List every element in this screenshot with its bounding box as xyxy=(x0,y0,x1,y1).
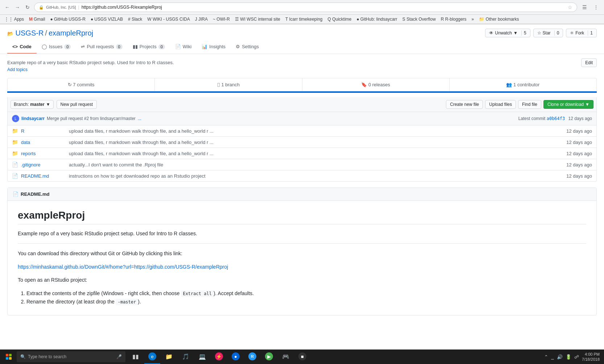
app4[interactable]: 🎵 xyxy=(178,349,194,351)
commits-icon: ↻ xyxy=(68,82,72,87)
taskbar: 🔍 Type here to search 🎤 ▮▮ e 📁 🎵 💻 ⚡ ● R… xyxy=(0,349,604,351)
fork-label: Fork xyxy=(575,30,584,36)
readme-download-link[interactable]: https://minhaskamal.github.io/DownGit/#/… xyxy=(18,264,228,270)
app10[interactable]: 🎮 xyxy=(278,349,294,351)
clone-button[interactable]: Clone or download ▼ xyxy=(543,100,593,109)
file-message: instructions on how to get downloaded re… xyxy=(65,173,563,179)
chevron-down-icon: ▼ xyxy=(513,30,518,36)
app7[interactable]: ● xyxy=(228,349,244,351)
tab-settings-label: Settings xyxy=(242,44,259,49)
bookmark-github-usgs[interactable]: ● GitHub USGS-R xyxy=(49,16,87,22)
bookmarks-bar: ⋮⋮ Apps M Gmail ● GitHub USGS-R ● USGS V… xyxy=(0,15,604,24)
bookmark-stackoverflow[interactable]: S Stack Overflow xyxy=(401,16,437,22)
issues-icon: ◯ xyxy=(42,44,47,49)
commit-hash[interactable]: a0b64f3 xyxy=(547,116,565,121)
tab-settings[interactable]: ⚙ Settings xyxy=(231,40,264,54)
add-topics-link[interactable]: Add topics xyxy=(7,67,28,72)
create-file-button[interactable]: Create new file xyxy=(446,100,483,109)
folder-icon: 📁 xyxy=(12,150,18,156)
extensions-button[interactable]: ☰ xyxy=(579,2,589,12)
app5[interactable]: 💻 xyxy=(194,349,210,351)
readme-icon: 📄 xyxy=(13,191,18,197)
file-name[interactable]: data xyxy=(21,140,65,145)
secure-label: GitHub, Inc. [US] xyxy=(46,5,76,9)
contributors-stat[interactable]: 👥 1 contributor xyxy=(450,78,596,91)
releases-stat[interactable]: 🔖 0 releases xyxy=(302,78,450,91)
edge-app[interactable]: e xyxy=(144,349,160,351)
tab-pull-requests[interactable]: ⇌ Pull requests 0 xyxy=(76,40,127,54)
find-file-button[interactable]: Find file xyxy=(518,100,541,109)
menu-button[interactable]: ⋮ xyxy=(591,2,601,12)
bookmark-quicktime[interactable]: Q Quicktime xyxy=(326,16,353,22)
taskview-button[interactable]: ▮▮ xyxy=(128,349,144,351)
edit-button[interactable]: Edit xyxy=(581,58,597,67)
bookmark-slack[interactable]: # Slack xyxy=(127,16,144,22)
file-time: 12 days ago xyxy=(563,173,592,179)
readme-open-rstudio: To open as an RStudio project: xyxy=(18,276,586,284)
readme-section: 📄 README.md exampleRproj Example repo of… xyxy=(7,187,597,315)
refresh-button[interactable]: ↻ xyxy=(23,3,32,12)
commit-author-link[interactable]: lindsaycarr xyxy=(21,116,45,121)
tab-insights[interactable]: 📊 Insights xyxy=(196,40,231,54)
bookmark-wiki[interactable]: W WIKI - USGS CIDA xyxy=(146,16,191,22)
bookmark-more[interactable]: » xyxy=(470,16,476,22)
commits-label: 7 commits xyxy=(73,82,94,87)
file-message: upload data files, r markdown walk throu… xyxy=(65,151,563,156)
fork-count: 1 xyxy=(588,30,593,36)
file-icon: 📄 xyxy=(12,173,18,179)
releases-icon: 🔖 xyxy=(361,82,367,87)
table-row: 📁reportsupload data files, r markdown wa… xyxy=(8,148,596,159)
file-name[interactable]: R xyxy=(21,128,65,134)
settings-icon: ⚙ xyxy=(236,44,240,49)
bookmark-usgs-vizlab[interactable]: ● USGS VIZLAB xyxy=(89,16,124,22)
tab-issues[interactable]: ◯ Issues 0 xyxy=(37,40,76,54)
file-name[interactable]: README.md xyxy=(21,173,65,179)
fork-button[interactable]: ⚛ Fork 1 xyxy=(566,29,597,37)
file-name[interactable]: reports xyxy=(21,151,65,156)
forward-button[interactable]: → xyxy=(13,3,22,12)
bookmark-owi[interactable]: ~ OWI-R xyxy=(211,16,231,22)
repo-name-link[interactable]: exampleRproj xyxy=(49,29,93,37)
star-button[interactable]: ☆ Star 0 xyxy=(533,29,563,37)
file-name[interactable]: .gitignore xyxy=(21,162,65,167)
tab-code[interactable]: <> Code xyxy=(7,40,37,54)
branch-stat[interactable]: ⌷ 1 branch xyxy=(155,78,302,91)
org-link[interactable]: USGS-R xyxy=(16,29,44,37)
bookmark-rbloggers[interactable]: R R-bloggers xyxy=(439,16,468,22)
commit-info-left: L lindsaycarr Merge pull request #2 from… xyxy=(12,115,141,122)
upload-files-button[interactable]: Upload files xyxy=(485,100,516,109)
back-button[interactable]: ← xyxy=(3,3,12,12)
start-button[interactable] xyxy=(1,349,16,351)
app9[interactable]: ▶ xyxy=(261,349,277,351)
commit-ellipsis: ... xyxy=(138,116,141,121)
file-icon: 📄 xyxy=(12,162,18,167)
app11[interactable]: ■ xyxy=(294,349,310,351)
address-bar[interactable]: 🔒 GitHub, Inc. [US] | https://github.com… xyxy=(34,3,577,12)
tab-projects[interactable]: ▮▮ Projects 0 xyxy=(128,40,170,54)
bookmark-jira[interactable]: J JIRA xyxy=(194,16,209,22)
readme-description: Example repo of a very basic RStudio pro… xyxy=(18,229,586,237)
app6[interactable]: ⚡ xyxy=(211,349,227,351)
unwatch-button[interactable]: 👁 Unwatch ▼ 5 xyxy=(485,29,530,37)
commits-stat[interactable]: ↻ 7 commits xyxy=(8,78,155,91)
branch-name: master xyxy=(30,102,44,107)
repo-content: Edit Example repo of a very basic RStudi… xyxy=(0,54,604,321)
tab-wiki[interactable]: 📄 Wiki xyxy=(170,40,197,54)
bookmark-github-lindsay[interactable]: ● GitHub: lindsaycarr xyxy=(355,16,399,22)
file-explorer-app[interactable]: 📁 xyxy=(161,349,177,351)
bookmark-icarr[interactable]: T Icarr timekeeping xyxy=(284,16,324,22)
bookmark-star-icon[interactable]: ☆ xyxy=(568,4,572,10)
readme-title: README.md xyxy=(21,191,49,197)
bookmark-other[interactable]: 📁 Other bookmarks xyxy=(477,16,520,22)
hash-label: Latest commit xyxy=(518,116,546,121)
bookmark-gmail[interactable]: M Gmail xyxy=(28,16,46,22)
branch-selector[interactable]: Branch: master ▼ xyxy=(11,100,54,109)
app8-r[interactable]: R xyxy=(244,349,260,351)
unwatch-label: Unwatch xyxy=(495,30,512,36)
file-table: 📁Rupload data files, r markdown walk thr… xyxy=(7,125,597,182)
bookmark-wsc[interactable]: ☰ WI WSC internal site xyxy=(233,16,282,22)
taskbar-apps: ▮▮ e 📁 🎵 💻 ⚡ ● R ▶ 🎮 ■ xyxy=(128,349,310,351)
bookmark-apps[interactable]: ⋮⋮ Apps xyxy=(3,16,25,22)
title-separator: / xyxy=(45,29,47,37)
new-pr-button[interactable]: New pull request xyxy=(57,100,97,109)
